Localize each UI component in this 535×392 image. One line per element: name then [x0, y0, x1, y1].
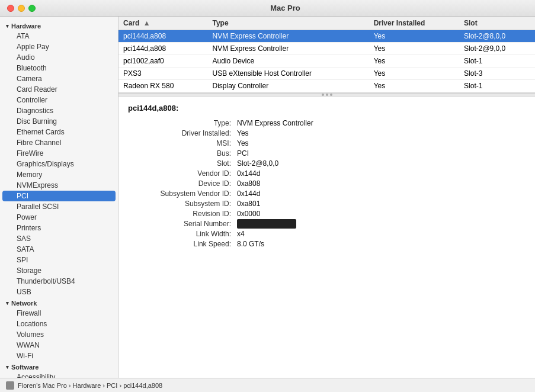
- pci-table: Card ▲ Type Driver Installed Slot pci144…: [118, 17, 535, 92]
- detail-value: Yes: [237, 128, 526, 138]
- cell-driver: Yes: [369, 80, 459, 92]
- detail-value: NVM Express Controller: [237, 118, 526, 128]
- sidebar-item-storage[interactable]: Storage: [2, 265, 116, 276]
- cell-type: Display Controller: [207, 80, 369, 92]
- table-row[interactable]: pci144d,a808 NVM Express Controller Yes …: [118, 30, 535, 43]
- sidebar-item-audio[interactable]: Audio: [2, 52, 116, 63]
- sidebar-item-apple-pay[interactable]: Apple Pay: [2, 41, 116, 52]
- cell-card: PXS3: [118, 68, 207, 80]
- statusbar: Floren's Mac Pro › Hardware › PCI › pci1…: [0, 378, 535, 392]
- sidebar-item-firewire[interactable]: FireWire: [2, 148, 116, 159]
- breadcrumb: Floren's Mac Pro › Hardware › PCI › pci1…: [18, 382, 162, 389]
- detail-label: Device ID:: [128, 179, 235, 188]
- detail-label: Subsystem Vendor ID:: [128, 189, 235, 198]
- detail-value: 0xa808: [237, 179, 526, 188]
- sidebar-item-sata[interactable]: SATA: [2, 244, 116, 255]
- detail-value: PCI: [237, 149, 526, 158]
- sort-arrow: ▲: [143, 19, 150, 27]
- cell-type: NVM Express Controller: [207, 30, 369, 43]
- detail-label: Revision ID:: [128, 209, 235, 219]
- chevron-down-icon: ▾: [6, 364, 9, 370]
- sidebar-item-camera[interactable]: Camera: [2, 73, 116, 84]
- col-card[interactable]: Card ▲: [118, 17, 207, 30]
- detail-value: Yes: [237, 139, 526, 148]
- sidebar-item-nvmexpress[interactable]: NVMExpress: [2, 180, 116, 191]
- sidebar-item-firewall[interactable]: Firewall: [2, 308, 116, 319]
- cell-driver: Yes: [369, 55, 459, 68]
- cell-card: pci1002,aaf0: [118, 55, 207, 68]
- chevron-down-icon: ▾: [6, 23, 9, 29]
- sidebar-item-volumes[interactable]: Volumes: [2, 329, 116, 340]
- detail-label: Driver Installed:: [128, 128, 235, 138]
- sidebar-item-parallel-scsi[interactable]: Parallel SCSI: [2, 201, 116, 212]
- cell-card: pci144d,a808: [118, 30, 207, 43]
- detail-value: 0xa801: [237, 199, 526, 208]
- sidebar-section-network[interactable]: ▾ Network: [0, 297, 118, 308]
- sidebar-item-diagnostics[interactable]: Diagnostics: [2, 105, 116, 116]
- detail-value: Slot-2@8,0,0: [237, 159, 526, 168]
- splitter-dot: [322, 94, 324, 96]
- sidebar-item-ata[interactable]: ATA: [2, 31, 116, 41]
- sidebar-item-bluetooth[interactable]: Bluetooth: [2, 63, 116, 73]
- table-row[interactable]: PXS3 USB eXtensible Host Controller Yes …: [118, 68, 535, 80]
- detail-area: pci144d,a808: Type:NVM Express Controlle…: [118, 97, 535, 378]
- computer-icon: [6, 381, 14, 390]
- detail-label: Type:: [128, 118, 235, 128]
- cell-slot: Slot-2@8,0,0: [459, 30, 535, 43]
- table-row[interactable]: Radeon RX 580 Display Controller Yes Slo…: [118, 80, 535, 92]
- cell-slot: Slot-1: [459, 80, 535, 92]
- sidebar-item-printers[interactable]: Printers: [2, 223, 116, 233]
- detail-label: Bus:: [128, 149, 235, 158]
- sidebar-item-controller[interactable]: Controller: [2, 95, 116, 105]
- titlebar: Mac Pro: [0, 0, 535, 17]
- detail-label: MSI:: [128, 139, 235, 148]
- detail-label: Slot:: [128, 159, 235, 168]
- sidebar-item-ethernet-cards[interactable]: Ethernet Cards: [2, 127, 116, 137]
- cell-type: USB eXtensible Host Controller: [207, 68, 369, 80]
- traffic-lights: [7, 5, 36, 12]
- cell-slot: Slot-1: [459, 55, 535, 68]
- table-row[interactable]: pci144d,a808 NVM Express Controller Yes …: [118, 43, 535, 55]
- window-title: Mac Pro: [43, 4, 528, 12]
- cell-driver: Yes: [369, 43, 459, 55]
- col-driver[interactable]: Driver Installed: [369, 17, 459, 30]
- sidebar-item-thunderbolt-usb4[interactable]: Thunderbolt/USB4: [2, 276, 116, 287]
- pci-table-area: Card ▲ Type Driver Installed Slot pci144…: [118, 17, 535, 93]
- sidebar-section-hardware[interactable]: ▾ Hardware: [0, 20, 118, 31]
- splitter-handle: [322, 94, 332, 96]
- minimize-button[interactable]: [18, 5, 25, 12]
- detail-value: 0x144d: [237, 169, 526, 178]
- main-container: ▾ HardwareATAApple PayAudioBluetoothCame…: [0, 17, 535, 378]
- detail-title: pci144d,a808:: [128, 104, 526, 113]
- cell-type: Audio Device: [207, 55, 369, 68]
- col-slot[interactable]: Slot: [459, 17, 535, 30]
- splitter-dot: [326, 94, 328, 96]
- detail-value: 8.0 GT/s: [237, 239, 526, 249]
- cell-card: pci144d,a808: [118, 43, 207, 55]
- sidebar-item-wwan[interactable]: WWAN: [2, 340, 116, 351]
- table-row[interactable]: pci1002,aaf0 Audio Device Yes Slot-1: [118, 55, 535, 68]
- detail-label: Serial Number:: [128, 219, 235, 229]
- sidebar-item-accessibility[interactable]: Accessibility: [2, 372, 116, 378]
- sidebar-section-software[interactable]: ▾ Software: [0, 361, 118, 372]
- sidebar-item-power[interactable]: Power: [2, 212, 116, 223]
- detail-label: Link Speed:: [128, 239, 235, 249]
- sidebar-item-wi-fi[interactable]: Wi-Fi: [2, 351, 116, 361]
- content-area: Card ▲ Type Driver Installed Slot pci144…: [118, 17, 535, 378]
- sidebar-item-card-reader[interactable]: Card Reader: [2, 84, 116, 95]
- sidebar-item-graphics-displays[interactable]: Graphics/Displays: [2, 159, 116, 169]
- sidebar-item-spi[interactable]: SPI: [2, 255, 116, 265]
- sidebar-item-fibre-channel[interactable]: Fibre Channel: [2, 137, 116, 148]
- detail-label: Link Width:: [128, 229, 235, 239]
- detail-value: 0x144d: [237, 189, 526, 198]
- sidebar-item-sas[interactable]: SAS: [2, 233, 116, 244]
- maximize-button[interactable]: [28, 5, 36, 12]
- sidebar-item-pci[interactable]: PCI: [2, 191, 116, 201]
- close-button[interactable]: [7, 5, 14, 12]
- sidebar-item-locations[interactable]: Locations: [2, 319, 116, 329]
- col-type[interactable]: Type: [207, 17, 369, 30]
- sidebar-item-disc-burning[interactable]: Disc Burning: [2, 116, 116, 127]
- cell-slot: Slot-2@9,0,0: [459, 43, 535, 55]
- sidebar-item-memory[interactable]: Memory: [2, 169, 116, 180]
- sidebar-item-usb[interactable]: USB: [2, 287, 116, 297]
